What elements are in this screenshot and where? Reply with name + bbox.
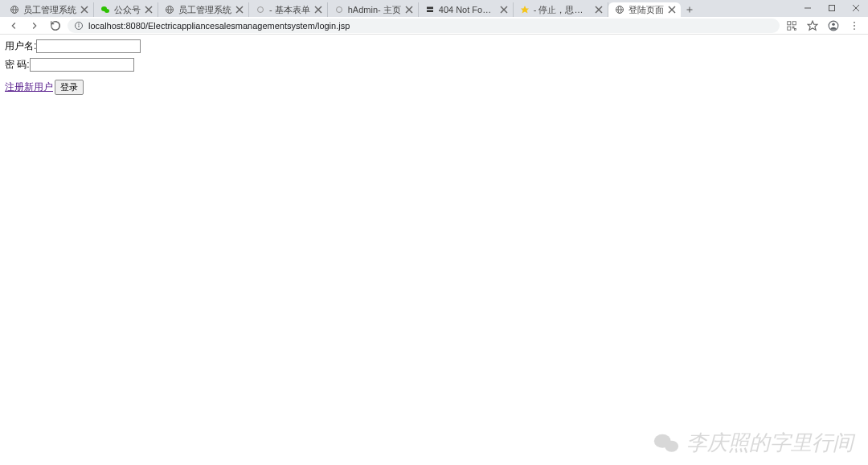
tab-title: 员工管理系统 xyxy=(23,4,76,16)
browser-tab[interactable]: 404 Not Found xyxy=(419,2,514,17)
svg-rect-43 xyxy=(788,27,791,30)
browser-tab[interactable]: 登陆页面 xyxy=(608,2,681,17)
close-tab-icon[interactable] xyxy=(595,6,603,14)
url-text: localhost:8080/Electricappliancesalesman… xyxy=(88,21,773,31)
svg-point-51 xyxy=(854,28,855,30)
profile-avatar-icon[interactable] xyxy=(825,17,842,35)
browser-tab[interactable]: 员工管理系统 xyxy=(158,2,249,17)
server-icon xyxy=(425,5,435,14)
browser-tab[interactable]: hAdmin- 主页 xyxy=(328,2,419,17)
reload-button[interactable] xyxy=(47,17,64,35)
svg-rect-45 xyxy=(795,28,796,30)
address-bar[interactable]: localhost:8080/Electricappliancesalesman… xyxy=(68,19,780,33)
svg-rect-1 xyxy=(829,6,835,11)
back-button[interactable] xyxy=(5,17,23,35)
globe-icon xyxy=(615,5,624,14)
svg-rect-25 xyxy=(427,10,433,13)
browser-tab[interactable]: 公众号 xyxy=(94,2,158,17)
minimize-button[interactable] xyxy=(796,0,820,16)
close-tab-icon[interactable] xyxy=(405,6,413,14)
browser-tab[interactable]: 员工管理系统 xyxy=(3,2,94,17)
new-tab-button[interactable] xyxy=(681,2,698,17)
tab-title: 404 Not Found xyxy=(439,5,496,14)
tab-title: - 停止，思念 [http://118 xyxy=(534,4,591,16)
svg-point-53 xyxy=(665,440,678,451)
svg-rect-42 xyxy=(792,21,796,24)
tab-strip: 员工管理系统公众号员工管理系统- 基本表单hAdmin- 主页404 Not F… xyxy=(0,0,868,17)
svg-marker-28 xyxy=(521,6,529,14)
watermark-text: 李庆照的字里行间 xyxy=(686,429,854,457)
username-row: 用户名: xyxy=(5,39,863,53)
action-row: 注册新用户 登录 xyxy=(5,80,863,95)
svg-point-10 xyxy=(104,9,109,13)
register-link[interactable]: 注册新用户 xyxy=(5,80,53,94)
site-info-icon xyxy=(74,21,84,31)
tab-title: 登陆页面 xyxy=(628,4,664,16)
tab-title: 员工管理系统 xyxy=(178,4,231,16)
svg-point-48 xyxy=(832,23,835,26)
svg-rect-24 xyxy=(427,7,433,10)
page-content: 用户名: 密 码: 注册新用户 登录 xyxy=(0,35,868,100)
close-tab-icon[interactable] xyxy=(80,6,88,14)
maximize-button[interactable] xyxy=(820,0,844,16)
username-input[interactable] xyxy=(36,39,141,53)
wechat-icon xyxy=(100,5,110,14)
tab-title: hAdmin- 主页 xyxy=(348,4,401,16)
qr-icon[interactable] xyxy=(783,17,800,35)
username-label: 用户名: xyxy=(5,39,36,53)
close-tab-icon[interactable] xyxy=(500,6,508,14)
close-tab-icon[interactable] xyxy=(145,6,153,14)
close-tab-icon[interactable] xyxy=(235,6,244,14)
toolbar: localhost:8080/Electricappliancesalesman… xyxy=(0,17,868,35)
svg-point-18 xyxy=(258,7,264,13)
menu-icon[interactable] xyxy=(845,17,863,35)
svg-rect-41 xyxy=(788,21,791,24)
bookmark-star-icon[interactable] xyxy=(804,17,821,35)
globe-icon xyxy=(10,5,19,14)
globe-icon xyxy=(165,5,174,14)
close-tab-icon[interactable] xyxy=(668,6,676,14)
circle-icon xyxy=(256,5,265,14)
password-label: 密 码: xyxy=(5,58,30,72)
circle-icon xyxy=(334,5,344,14)
close-tab-icon[interactable] xyxy=(314,6,322,14)
svg-point-40 xyxy=(79,23,80,24)
login-button[interactable]: 登录 xyxy=(55,80,84,95)
browser-tab[interactable]: - 基本表单 xyxy=(249,2,328,17)
svg-rect-44 xyxy=(792,27,794,28)
window-controls xyxy=(796,0,868,16)
star-icon xyxy=(520,5,530,14)
password-row: 密 码: xyxy=(5,58,863,72)
svg-point-21 xyxy=(336,7,342,13)
svg-point-50 xyxy=(854,25,855,27)
svg-point-49 xyxy=(854,21,855,23)
watermark: 李庆照的字里行间 xyxy=(653,429,854,457)
tab-title: - 基本表单 xyxy=(269,4,310,16)
password-input[interactable] xyxy=(30,58,134,72)
tab-title: 公众号 xyxy=(114,4,141,16)
forward-button[interactable] xyxy=(26,17,43,35)
wechat-icon xyxy=(653,430,680,457)
svg-marker-46 xyxy=(808,21,817,30)
browser-tab[interactable]: - 停止，思念 [http://118 xyxy=(514,2,608,17)
close-window-button[interactable] xyxy=(844,0,868,16)
